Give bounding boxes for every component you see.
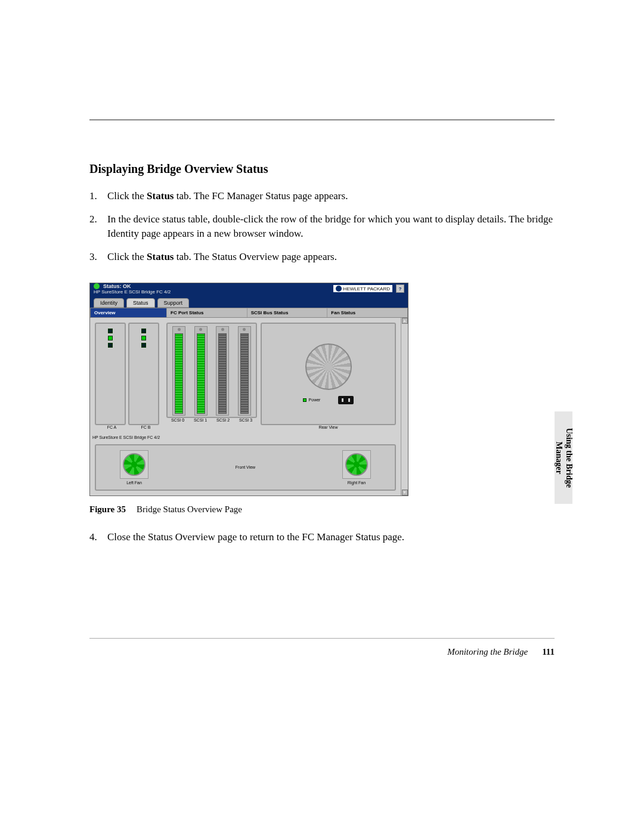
figure-caption-text: Bridge Status Overview Page: [137, 504, 242, 514]
scsi-slot-2[interactable]: [216, 326, 229, 416]
device-caption: HP SureStore E SCSI Bridge FC 4/2: [90, 434, 401, 441]
screenshot: Status: OK HP SureStore E SCSI Bridge FC…: [89, 283, 408, 496]
led-icon: [141, 343, 146, 348]
step-3-bold: Status: [147, 251, 174, 262]
step-3-text-a: Click the: [107, 251, 147, 262]
tab-status[interactable]: Status: [126, 298, 155, 308]
status-ok-icon: [94, 283, 100, 289]
scroll-up-icon[interactable]: ▲: [402, 318, 408, 324]
bottom-rule: [89, 638, 555, 639]
footer-section: Monitoring the Bridge: [447, 647, 528, 657]
fc-module-a[interactable]: [95, 323, 126, 425]
step-1-text-c: tab. The FC Manager Status page appears.: [174, 190, 348, 202]
right-fan-icon[interactable]: [345, 453, 368, 476]
hp-logo: HEWLETT PACKARD: [333, 285, 392, 292]
fc-module-b[interactable]: [128, 323, 159, 425]
right-fan-label: Right Fan: [348, 481, 366, 485]
scsi-group: [166, 323, 257, 418]
power-plug-icon: [338, 396, 354, 404]
led-icon: [141, 329, 146, 333]
rear-fan-icon: [305, 343, 352, 390]
help-icon[interactable]: ?: [396, 284, 404, 293]
product-name: HP SureStore E SCSI Bridge FC 4/2: [94, 289, 171, 295]
step-1-bold: Status: [147, 190, 174, 202]
figure-label: Figure 35: [89, 504, 126, 514]
scsi-slot-0[interactable]: [172, 326, 185, 416]
scrollbar[interactable]: ▲ ▼: [401, 318, 408, 496]
col-fc-port[interactable]: FC Port Status: [167, 308, 247, 317]
hp-logo-text: HEWLETT PACKARD: [343, 286, 390, 292]
led-icon: [108, 343, 113, 348]
left-fan-label: Left Fan: [126, 481, 142, 485]
tab-identity[interactable]: Identity: [94, 298, 124, 308]
step-list: Click the Status tab. The FC Manager Sta…: [89, 189, 555, 265]
hp-logo-icon: [336, 286, 342, 292]
step-1: Click the Status tab. The FC Manager Sta…: [89, 189, 555, 204]
step-4: Close the Status Overview page to return…: [89, 530, 555, 545]
figure-35: Status: OK HP SureStore E SCSI Bridge FC…: [89, 283, 555, 515]
scsi-1-label: SCSI 1: [189, 418, 212, 422]
step-1-text-a: Click the: [107, 190, 147, 202]
tab-support[interactable]: Support: [157, 298, 190, 308]
side-tab: Using the Bridge Manager: [555, 411, 572, 504]
side-tab-line2: Manager: [553, 428, 564, 487]
front-panel: Left Fan Front View Right Fan: [95, 444, 396, 491]
col-fan-status[interactable]: Fan Status: [327, 308, 407, 317]
power-label: Power: [309, 398, 321, 402]
rear-view-label: Rear View: [261, 425, 396, 429]
scroll-down-icon[interactable]: ▼: [402, 490, 408, 496]
step-3-text-c: tab. The Status Overview page appears.: [174, 251, 337, 262]
left-fan-icon[interactable]: [123, 453, 145, 476]
scsi-slot-3[interactable]: [238, 326, 251, 416]
fc-a-label: FC A: [95, 425, 129, 429]
col-scsi-bus[interactable]: SCSI Bus Status: [247, 308, 328, 317]
top-rule: [89, 119, 555, 120]
figure-caption: Figure 35Bridge Status Overview Page: [89, 504, 555, 515]
front-view-label: Front View: [236, 465, 255, 469]
led-icon: [108, 329, 113, 333]
footer-page-number: 111: [542, 647, 555, 657]
scsi-2-label: SCSI 2: [212, 418, 234, 422]
page-footer: Monitoring the Bridge 111: [447, 647, 555, 657]
led-icon: [108, 336, 113, 340]
fc-b-label: FC B: [129, 425, 163, 429]
led-icon: [141, 336, 146, 340]
scsi-0-label: SCSI 0: [166, 418, 189, 422]
step-2: In the device status table, double-click…: [89, 212, 555, 241]
rear-panel: Power: [261, 323, 396, 425]
tab-row: Identity Status Support: [90, 297, 408, 308]
step-list-continued: Close the Status Overview page to return…: [89, 530, 555, 545]
col-overview[interactable]: Overview: [91, 308, 167, 317]
section-heading: Displaying Bridge Overview Status: [89, 162, 555, 176]
step-3: Click the Status tab. The Status Overvie…: [89, 250, 555, 265]
side-tab-line1: Using the Bridge: [564, 428, 574, 487]
column-headers: Overview FC Port Status SCSI Bus Status …: [90, 308, 408, 318]
scsi-3-label: SCSI 3: [234, 418, 257, 422]
scsi-slot-1[interactable]: [194, 326, 208, 416]
power-led-icon: [303, 398, 306, 402]
status-label: Status: OK: [103, 283, 131, 289]
